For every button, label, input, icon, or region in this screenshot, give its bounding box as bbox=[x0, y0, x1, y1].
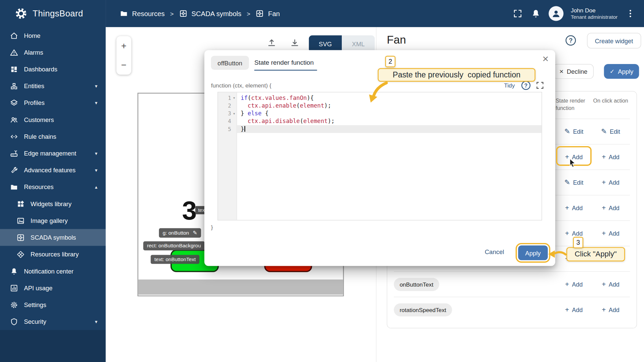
sidebar-item-alarms[interactable]: Alarms bbox=[0, 44, 106, 61]
sidebar-item-home[interactable]: Home bbox=[0, 27, 106, 44]
element-tag-rect-onbuttonbackground[interactable]: rect: onButtonBackgrou bbox=[143, 241, 205, 250]
app-logo[interactable]: ThingsBoard bbox=[0, 0, 106, 27]
create-widget-button[interactable]: Create widget bbox=[587, 33, 641, 49]
on-click-add-button[interactable]: +Add bbox=[599, 179, 622, 186]
state-render-add-button[interactable]: +Add bbox=[562, 306, 585, 313]
breadcrumb-item-resources[interactable]: Resources bbox=[120, 9, 165, 17]
sidebar-item-settings[interactable]: Settings bbox=[0, 296, 106, 313]
decline-button[interactable]: × Decline bbox=[553, 64, 594, 79]
sidebar-item-label: Home bbox=[24, 32, 101, 39]
state-render-add-button[interactable]: +Add bbox=[562, 280, 585, 288]
line-gutter: 4 bbox=[218, 117, 237, 125]
code-token: ctx.values.fanOn bbox=[251, 95, 307, 101]
sidebar-item-notification-center[interactable]: Notification center bbox=[0, 263, 106, 280]
element-chip-offbutton[interactable]: offButton bbox=[211, 56, 249, 70]
state-render-edit-button[interactable]: ✎Edit bbox=[562, 128, 586, 135]
apply-button[interactable]: ✓ Apply bbox=[604, 64, 639, 79]
on-click-add-button[interactable]: +Add bbox=[599, 306, 622, 313]
code-text: ctx.api.disable(element); bbox=[237, 117, 334, 125]
code-line[interactable]: 4 ctx.api.disable(element); bbox=[218, 117, 542, 125]
breadcrumb-separator: > bbox=[247, 10, 251, 17]
canvas-text-element[interactable]: 3 bbox=[182, 199, 197, 223]
user-avatar[interactable] bbox=[548, 6, 563, 21]
close-dialog-button[interactable]: × bbox=[542, 53, 549, 64]
sidebar-item-resources-library[interactable]: Resources library bbox=[0, 246, 106, 262]
on-click-edit-button[interactable]: ✎Edit bbox=[598, 128, 623, 135]
state-render-add-button[interactable]: +Add bbox=[562, 229, 585, 237]
state-render-edit-button[interactable]: ✎Edit bbox=[562, 179, 586, 186]
tab-state-render-function[interactable]: State render function bbox=[254, 56, 314, 70]
column-header-on-click-action: On click action bbox=[593, 97, 629, 105]
sidebar-item-customers[interactable]: Customers bbox=[0, 111, 106, 128]
home-icon bbox=[10, 32, 18, 40]
code-help-button[interactable]: ? bbox=[521, 81, 530, 90]
sidebar-item-api-usage[interactable]: API usage bbox=[0, 280, 106, 296]
action-cell: +Add bbox=[592, 272, 629, 297]
action-cell: +Add bbox=[556, 195, 592, 221]
code-token: else bbox=[248, 110, 262, 117]
sidebar-item-image-gallery[interactable]: Image gallery bbox=[0, 212, 106, 229]
upload-button[interactable] bbox=[264, 35, 279, 50]
sidebar-item-label: Image gallery bbox=[31, 217, 101, 224]
zoom-in-button[interactable]: + bbox=[116, 41, 131, 50]
code-line[interactable]: 5} bbox=[218, 125, 542, 133]
on-click-add-button[interactable]: +Add bbox=[599, 280, 622, 288]
breadcrumb: Resources > SCADA symbols > Fan bbox=[120, 9, 280, 17]
more-menu-button[interactable] bbox=[625, 8, 636, 19]
sidebar-item-advanced-features[interactable]: Advanced features▾ bbox=[0, 162, 106, 178]
breadcrumb-item-fan[interactable]: Fan bbox=[256, 9, 280, 17]
sidebar-item-label: Profiles bbox=[24, 99, 95, 106]
line-gutter: 5 bbox=[218, 125, 237, 133]
code-editor[interactable]: 1▾if(ctx.values.fanOn){2 ctx.api.enable(… bbox=[218, 92, 542, 220]
widgets-icon bbox=[16, 200, 25, 208]
sidebar-item-rule-chains[interactable]: Rule chains bbox=[0, 128, 106, 145]
element-tag-g-onbutton[interactable]: g: onButton ✎ bbox=[159, 228, 201, 238]
chevron-down-icon: ▾ bbox=[95, 100, 97, 106]
code-token: element bbox=[303, 118, 328, 124]
cancel-button[interactable]: Cancel bbox=[482, 248, 506, 256]
element-tag-label: rect: onButtonBackgrou bbox=[147, 243, 201, 249]
sidebar-item-label: Dashboards bbox=[24, 66, 101, 73]
check-icon: ✓ bbox=[610, 68, 614, 74]
sidebar-item-dashboards[interactable]: Dashboards bbox=[0, 61, 106, 77]
breadcrumb-item-scada-symbols[interactable]: SCADA symbols bbox=[179, 9, 241, 17]
dialog-apply-button[interactable]: Apply bbox=[518, 245, 548, 260]
element-tag-chip[interactable]: onButtonText bbox=[394, 278, 439, 291]
plus-icon: + bbox=[602, 281, 606, 288]
element-tag-chip[interactable]: rotationSpeedText bbox=[394, 303, 452, 316]
state-render-add-button[interactable]: +Add bbox=[562, 204, 585, 212]
edge-icon bbox=[10, 149, 18, 157]
code-token: { bbox=[262, 110, 269, 117]
code-token bbox=[241, 118, 248, 124]
action-label: Add bbox=[572, 204, 583, 211]
code-text: } else { bbox=[237, 110, 268, 117]
on-click-add-button[interactable]: +Add bbox=[599, 229, 622, 237]
sidebar-item-resources[interactable]: Resources▴ bbox=[0, 179, 106, 195]
sidebar-item-security[interactable]: Security▾ bbox=[0, 313, 106, 330]
sidebar-item-profiles[interactable]: Profiles▾ bbox=[0, 95, 106, 111]
fullscreen-button[interactable] bbox=[512, 8, 523, 19]
action-cell: ✎Edit bbox=[592, 119, 629, 144]
tidy-button[interactable]: Tidy bbox=[504, 82, 515, 89]
code-line[interactable]: 3▾} else { bbox=[218, 110, 542, 117]
zoom-out-button[interactable]: − bbox=[116, 61, 131, 70]
help-button[interactable]: ? bbox=[566, 35, 576, 46]
sidebar-item-entities[interactable]: Entities▾ bbox=[0, 77, 106, 94]
scada-icon bbox=[16, 233, 25, 241]
sidebar-item-widgets-library[interactable]: Widgets library bbox=[0, 195, 106, 212]
code-token: if bbox=[241, 95, 248, 101]
notifications-button[interactable] bbox=[530, 8, 541, 19]
entities-icon bbox=[10, 82, 18, 90]
download-button[interactable] bbox=[287, 35, 302, 50]
pencil-icon[interactable]: ✎ bbox=[193, 230, 197, 236]
element-tag-text-onbuttontext[interactable]: text: onButtonText bbox=[151, 255, 199, 264]
code-token: ( bbox=[300, 118, 303, 124]
on-click-add-button[interactable]: +Add bbox=[599, 204, 622, 212]
action-label: Add bbox=[572, 230, 583, 237]
action-label: Add bbox=[572, 281, 583, 288]
sidebar-item-scada-symbols[interactable]: SCADA symbols bbox=[0, 229, 106, 246]
sidebar-item-edge-management[interactable]: Edge management▾ bbox=[0, 145, 106, 162]
expand-editor-button[interactable] bbox=[535, 81, 544, 90]
on-click-add-button[interactable]: +Add bbox=[599, 153, 622, 161]
plus-icon: + bbox=[602, 204, 606, 212]
